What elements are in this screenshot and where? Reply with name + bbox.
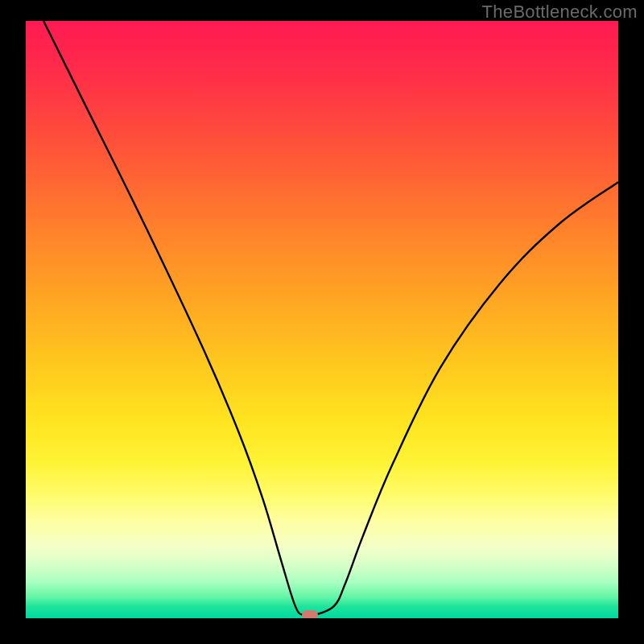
optimal-point-marker [302, 610, 318, 618]
chart-root: TheBottleneck.com [0, 0, 644, 644]
bottleneck-curve-svg [26, 21, 618, 618]
watermark-text: TheBottleneck.com [482, 2, 638, 23]
bottleneck-curve-path [43, 21, 618, 617]
plot-area [26, 21, 618, 618]
